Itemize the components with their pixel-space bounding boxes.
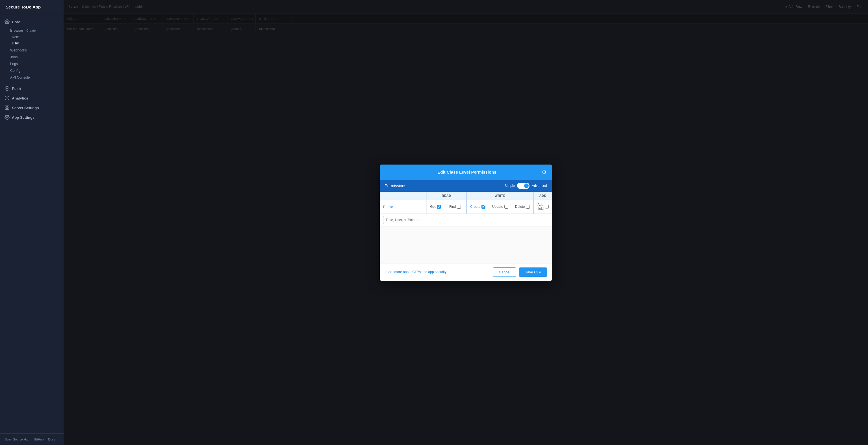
sidebar-item-jobs[interactable]: Jobs <box>0 54 64 60</box>
sidebar-item-server-settings[interactable]: Server Settings <box>0 103 64 113</box>
sidebar-item-logs[interactable]: Logs <box>0 60 64 67</box>
permissions-table: Read Write Add <box>380 192 552 227</box>
svg-rect-7 <box>5 108 6 110</box>
settings-icon <box>4 115 10 120</box>
get-check-wrapper: Get <box>430 205 442 209</box>
create-label: Create <box>470 205 480 209</box>
public-entity-label: Public <box>383 205 393 209</box>
sidebar-sub-role[interactable]: Role <box>0 34 64 40</box>
app-title: Secure ToDo App <box>0 0 64 14</box>
update-label: Update <box>492 205 503 209</box>
save-clp-button[interactable]: Save CLP <box>519 267 547 277</box>
sidebar-item-api-console[interactable]: API Console <box>0 74 64 81</box>
add-group-header: Add <box>533 192 552 200</box>
permissions-table-wrapper: Read Write Add <box>380 192 552 227</box>
write-group-header: Write <box>466 192 533 200</box>
cancel-button[interactable]: Cancel <box>493 267 516 277</box>
clp-dialog: Edit Class Level Permissions ⚙ Permissio… <box>380 165 552 281</box>
sidebar-item-analytics[interactable]: Analytics <box>0 93 64 103</box>
find-label: Find <box>449 205 456 209</box>
mode-toggle-area: Simple Advanced <box>504 183 547 189</box>
delete-checkbox[interactable] <box>526 205 530 209</box>
dialog-empty-area <box>380 227 552 263</box>
analytics-icon <box>4 95 10 101</box>
sidebar: Secure ToDo App Core Browser Create Role… <box>0 0 64 445</box>
sidebar-sub-user[interactable]: User <box>0 40 64 47</box>
update-check-wrapper: Update <box>492 205 508 209</box>
sidebar-item-core[interactable]: Core <box>0 17 64 27</box>
learn-more-link[interactable]: Learn more about CLPs and app security <box>385 270 447 274</box>
push-icon <box>4 86 10 91</box>
dialog-header: Edit Class Level Permissions ⚙ <box>380 165 552 180</box>
app-settings-label: App Settings <box>12 115 34 120</box>
core-section: Core Browser Create Role User Webhooks J… <box>0 14 64 84</box>
svg-rect-6 <box>8 106 9 107</box>
svg-rect-8 <box>8 108 9 110</box>
get-label: Get <box>430 205 435 209</box>
sidebar-footer: Open Source Hub GitHub Docs <box>0 434 64 445</box>
add-field-checkbox[interactable] <box>545 205 549 209</box>
analytics-label: Analytics <box>12 96 28 100</box>
docs-link[interactable]: Docs <box>48 438 55 441</box>
modal-overlay: Edit Class Level Permissions ⚙ Permissio… <box>64 0 868 445</box>
create-label[interactable]: Create <box>26 29 36 32</box>
advanced-mode-label: Advanced <box>532 184 547 188</box>
gear-icon <box>4 19 10 24</box>
mode-toggle[interactable] <box>517 183 529 189</box>
sidebar-item-push[interactable]: Push <box>0 84 64 93</box>
svg-rect-5 <box>5 106 6 107</box>
open-source-hub-link[interactable]: Open Source Hub <box>4 438 29 441</box>
footer-buttons: Cancel Save CLP <box>493 267 547 277</box>
find-checkbox[interactable] <box>457 205 461 209</box>
sidebar-item-config[interactable]: Config <box>0 67 64 74</box>
core-label: Core <box>12 20 20 24</box>
push-label: Push <box>12 87 21 91</box>
perm-row-public: Public Get Find <box>380 200 552 213</box>
update-checkbox[interactable] <box>504 205 508 209</box>
dialog-footer: Learn more about CLPs and app security C… <box>380 263 552 281</box>
svg-point-0 <box>6 21 8 23</box>
add-field-label: Add field <box>537 203 544 211</box>
grid-icon <box>4 105 10 110</box>
find-check-wrapper: Find <box>449 205 463 209</box>
add-field-check-wrapper: Add field <box>537 203 549 211</box>
dialog-gear-icon[interactable]: ⚙ <box>542 169 547 175</box>
sidebar-item-browser[interactable]: Browser Create <box>0 27 64 34</box>
create-check-wrapper: Create <box>470 205 486 209</box>
dialog-title: Edit Class Level Permissions <box>392 170 542 174</box>
delete-check-wrapper: Delete <box>515 205 530 209</box>
perm-add-row <box>380 213 552 226</box>
entity-search-input[interactable] <box>383 216 445 224</box>
github-link[interactable]: GitHub <box>34 438 43 441</box>
main-content: User 0 objects • Public Read and Write e… <box>64 0 868 445</box>
create-checkbox[interactable] <box>482 205 486 209</box>
delete-label: Delete <box>515 205 525 209</box>
get-checkbox[interactable] <box>437 205 441 209</box>
sidebar-item-app-settings[interactable]: App Settings <box>0 113 64 122</box>
simple-mode-label: Simple <box>504 184 515 188</box>
sidebar-item-webhooks[interactable]: Webhooks <box>0 47 64 54</box>
read-group-header: Read <box>427 192 466 200</box>
server-settings-label: Server Settings <box>12 106 39 110</box>
permissions-bar: Permissions Simple Advanced <box>380 180 552 192</box>
permissions-label: Permissions <box>385 183 406 188</box>
svg-point-9 <box>6 117 8 118</box>
